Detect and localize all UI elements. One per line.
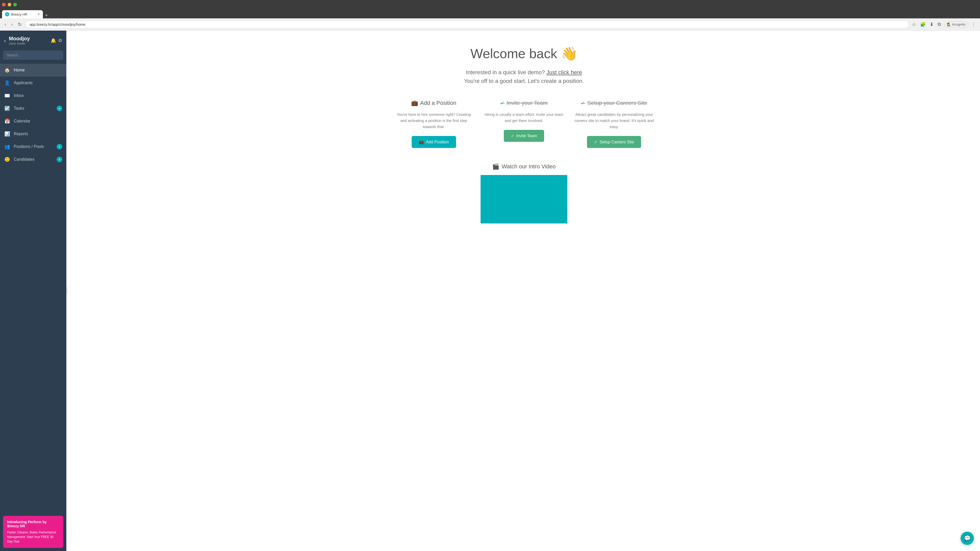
sidebar-item-label: Home (14, 68, 62, 73)
reload-button[interactable]: ↻ (16, 21, 23, 28)
browser-chrome: B Breezy HR × + ‹ › ↻ app.breezy.hr/app/… (0, 0, 980, 30)
applicants-icon: 👤 (4, 80, 10, 86)
sidebar-item-label: Calendar (14, 119, 62, 124)
bookmark-button[interactable]: ☆ (911, 21, 917, 28)
sidebar-promo-banner[interactable]: Introducing Perform by Breezy HR Faster,… (3, 516, 63, 548)
sidebar-item-label: Tasks (14, 106, 53, 111)
search-input[interactable] (3, 51, 63, 60)
sidebar-item-label: Positions / Pools (14, 144, 53, 149)
chat-support-button[interactable]: 💬 (961, 532, 974, 545)
sidebar-navigation: 🏠 Home 👤 Applicants ✉️ Inbox ☑️ Tasks + … (0, 64, 66, 513)
sidebar: ‹ Moodjoy John Smith 🔔 ⚙ 🏠 Home 👤 Applic… (0, 30, 66, 551)
url-text: app.breezy.hr/app/c/moodjoy/home (30, 22, 904, 27)
card-setup-careers: ✓ Setup your Careers Site Attract great … (574, 100, 654, 148)
cards-section: 💼 Add a Position You're here to hire som… (394, 100, 654, 148)
card-invite-team-desc: Hiring is usually a team effort. Invite … (484, 111, 564, 124)
card-invite-team: ✓ Invite your Team Hiring is usually a t… (484, 100, 564, 148)
sidebar-item-label: Inbox (14, 94, 62, 98)
sidebar-item-label: Reports (14, 132, 62, 136)
positions-icon: 👥 (4, 144, 10, 149)
tab-close-button[interactable]: × (38, 12, 40, 17)
check-icon: ✓ (500, 100, 504, 106)
download-button[interactable]: ⬇ (929, 21, 935, 28)
candidates-icon: 🙂 (4, 157, 10, 162)
invite-team-button[interactable]: ✓ Invite Team (504, 130, 544, 142)
sidebar-item-calendar[interactable]: 📅 Calendar (0, 115, 66, 127)
video-icon: 🎬 (492, 163, 499, 170)
sidebar-item-tasks[interactable]: ☑️ Tasks + (0, 102, 66, 115)
candidates-badge: + (57, 157, 62, 162)
window-close-button[interactable] (2, 3, 6, 6)
setup-careers-button[interactable]: ✓ Setup Careers Site (587, 136, 641, 148)
tasks-icon: ☑️ (4, 106, 10, 111)
sidebar-item-home[interactable]: 🏠 Home (0, 64, 66, 76)
tab-title: Breezy HR (11, 13, 27, 16)
tasks-badge: + (57, 106, 62, 111)
btn-check-icon-2: ✓ (594, 140, 597, 144)
inbox-icon: ✉️ (4, 93, 10, 98)
tab-favicon: B (5, 12, 9, 16)
start-text: You're off to a good start. Let's create… (394, 78, 654, 84)
user-name: John Smith (9, 41, 48, 45)
demo-link[interactable]: Just click here (546, 69, 582, 76)
card-add-position-title: 💼 Add a Position (394, 100, 474, 106)
card-setup-careers-title: ✓ Setup your Careers Site (574, 100, 654, 106)
window-controls (2, 3, 17, 6)
split-button[interactable]: ⧉ (937, 21, 942, 28)
sidebar-item-positions-pools[interactable]: 👥 Positions / Pools + (0, 140, 66, 153)
incognito-badge: 🕵 Incognito (944, 21, 968, 27)
calendar-icon: 📅 (4, 118, 10, 124)
titlebar (0, 0, 980, 9)
main-inner: Welcome back 👋 Interested in a quick liv… (383, 30, 664, 233)
sidebar-back-button[interactable]: ‹ (4, 38, 6, 44)
incognito-label: Incognito (952, 22, 966, 26)
new-tab-button[interactable]: + (45, 13, 48, 18)
video-title: 🎬 Watch our Intro Video (394, 163, 654, 170)
welcome-title: Welcome back 👋 (394, 46, 654, 62)
sidebar-company-info: Moodjoy John Smith (9, 36, 48, 45)
main-content: Welcome back 👋 Interested in a quick liv… (68, 30, 980, 551)
positions-badge: + (57, 144, 62, 149)
resize-indicator (67, 287, 67, 295)
check-icon-2: ✓ (581, 100, 585, 106)
demo-text: Interested in a quick live demo? Just cl… (394, 69, 654, 76)
promo-text: Faster, Cleaner, Better Performance Mana… (7, 530, 59, 544)
tab-bar: B Breezy HR × + (0, 9, 980, 18)
sidebar-item-label: Applicants (14, 81, 62, 85)
card-add-position: 💼 Add a Position You're here to hire som… (394, 100, 474, 148)
extensions-button[interactable]: 🧩 (919, 21, 927, 28)
video-section: 🎬 Watch our Intro Video (394, 163, 654, 224)
settings-button[interactable]: ⚙ (58, 38, 62, 43)
forward-button[interactable]: › (10, 21, 14, 28)
card-add-position-desc: You're here to hire someone right? Creat… (394, 111, 474, 130)
sidebar-item-inbox[interactable]: ✉️ Inbox (0, 89, 66, 102)
promo-title: Introducing Perform by Breezy HR (7, 520, 59, 528)
company-name: Moodjoy (9, 36, 48, 41)
notifications-button[interactable]: 🔔 (51, 38, 56, 43)
menu-button[interactable]: ⋮ (970, 21, 977, 28)
sidebar-action-buttons: 🔔 ⚙ (51, 38, 62, 43)
sidebar-item-label: Candidates (14, 157, 53, 162)
back-button[interactable]: ‹ (3, 21, 8, 28)
url-bar[interactable]: app.breezy.hr/app/c/moodjoy/home (25, 21, 909, 28)
sidebar-search-container (0, 51, 66, 64)
window-minimize-button[interactable] (8, 3, 11, 6)
add-position-button[interactable]: 💼 Add Position (412, 136, 456, 148)
card-setup-careers-desc: Attract great candidates by personalizin… (574, 111, 654, 130)
incognito-icon: 🕵 (947, 22, 951, 26)
briefcase-icon: 💼 (411, 100, 418, 106)
navigation-bar: ‹ › ↻ app.breezy.hr/app/c/moodjoy/home ☆… (0, 18, 980, 30)
sidebar-item-candidates[interactable]: 🙂 Candidates + (0, 153, 66, 166)
home-icon: 🏠 (4, 67, 10, 73)
sidebar-item-reports[interactable]: 📊 Reports (0, 127, 66, 140)
welcome-section: Welcome back 👋 Interested in a quick liv… (394, 46, 654, 84)
window-maximize-button[interactable] (13, 3, 17, 6)
btn-check-icon: ✓ (511, 133, 514, 138)
chat-icon: 💬 (964, 535, 971, 541)
sidebar-item-applicants[interactable]: 👤 Applicants (0, 76, 66, 89)
nav-icons: ☆ 🧩 ⬇ ⧉ 🕵 Incognito ⋮ (911, 21, 977, 28)
browser-tab[interactable]: B Breezy HR × (2, 10, 43, 18)
video-player[interactable] (480, 175, 567, 224)
sidebar-header: ‹ Moodjoy John Smith 🔔 ⚙ (0, 30, 66, 51)
app-container: ‹ Moodjoy John Smith 🔔 ⚙ 🏠 Home 👤 Applic… (0, 0, 980, 551)
